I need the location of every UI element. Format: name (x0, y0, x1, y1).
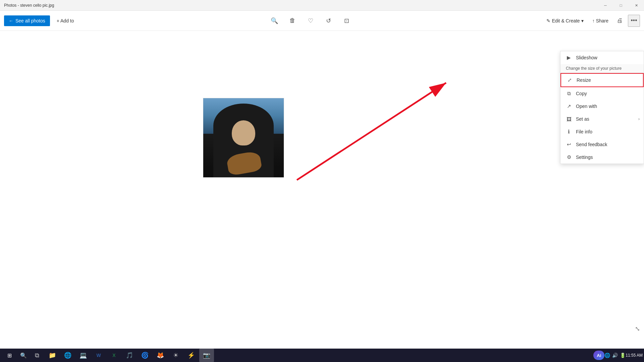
toolbar: ← See all photos + Add to 🔍 🗑 ♡ ↺ ⊡ ✎ Ed… (0, 11, 644, 31)
slideshow-label: Slideshow (576, 55, 597, 60)
share-button[interactable]: ↑ Share (589, 15, 612, 26)
taskbar-item-file-explorer[interactable]: 📁 (45, 349, 60, 362)
settings-icon: ⚙ (566, 154, 572, 160)
taskbar-item-edge[interactable]: 🌐 (60, 349, 75, 362)
crop-button[interactable]: ⊡ (341, 15, 353, 27)
delete-icon: 🗑 (289, 17, 296, 24)
taskbar: ⊞ 🔍 ⧉ 📁 🌐 💻 W X 🎵 🌀 🦊 ☀ ⚡ 📷 Ai 🌐 🔊 🔋 11:… (0, 349, 644, 362)
resize-icon: ⤢ (567, 77, 573, 83)
set-as-icon: 🖼 (566, 116, 572, 122)
taskbar-item-app3[interactable]: ⚡ (184, 349, 199, 362)
svg-line-1 (297, 83, 446, 180)
share-icon: ↑ (592, 18, 595, 23)
taskbar-item-store[interactable]: 💻 (76, 349, 91, 362)
title-bar-controls: ─ □ ✕ (598, 0, 644, 10)
add-to-button[interactable]: + Add to (53, 15, 78, 26)
battery-icon: 🔋 (620, 353, 626, 358)
close-button[interactable]: ✕ (629, 0, 644, 11)
ai-button[interactable]: Ai (593, 351, 604, 360)
main-content: ▶ Slideshow Change the size of your pict… (0, 31, 644, 349)
more-icon: ••• (631, 17, 637, 24)
crop-icon: ⊡ (344, 17, 349, 24)
open-with-icon: ↗ (566, 103, 572, 109)
rotate-icon: ↺ (326, 17, 331, 24)
zoom-icon: 🔍 (271, 17, 278, 24)
taskbar-item-app1[interactable]: 🌀 (138, 349, 152, 362)
context-menu-item-slideshow[interactable]: ▶ Slideshow (560, 51, 644, 64)
taskbar-item-photos[interactable]: 📷 (199, 349, 214, 362)
context-menu: ▶ Slideshow Change the size of your pict… (560, 51, 644, 164)
clock-time: 11:55 AM (626, 353, 643, 358)
copy-icon: ⧉ (566, 90, 572, 97)
file-info-label: File info (576, 129, 592, 134)
toolbar-center: 🔍 🗑 ♡ ↺ ⊡ (78, 15, 543, 27)
send-feedback-icon: ↩ (566, 141, 572, 147)
taskbar-item-word[interactable]: W (91, 349, 106, 362)
taskbar-item-excel[interactable]: X (107, 349, 121, 362)
context-menu-item-copy[interactable]: ⧉ Copy (560, 87, 644, 100)
edit-create-label: Edit & Create (552, 18, 580, 23)
see-all-photos-button[interactable]: ← See all photos (4, 15, 50, 26)
send-feedback-label: Send feedback (576, 142, 607, 147)
title-bar-title: Photos - steven cello pic.jpg (4, 3, 54, 8)
taskbar-item-task-view[interactable]: ⧉ (30, 349, 44, 362)
context-menu-item-file-info[interactable]: ℹ File info (560, 125, 644, 138)
taskbar-item-spotify[interactable]: 🎵 (122, 349, 137, 362)
taskbar-clock[interactable]: 11:55 AM (626, 353, 643, 358)
rotate-button[interactable]: ↺ (323, 15, 335, 27)
ai-label: Ai (597, 353, 601, 358)
context-menu-item-set-as[interactable]: 🖼 Set as › (560, 113, 644, 125)
favorite-button[interactable]: ♡ (305, 15, 317, 27)
set-as-label: Set as (576, 116, 589, 122)
network-icon: 🌐 (604, 353, 610, 358)
see-all-photos-label: See all photos (15, 18, 45, 23)
more-options-button[interactable]: ••• (628, 15, 640, 27)
print-icon: 🖨 (617, 17, 623, 24)
context-menu-item-send-feedback[interactable]: ↩ Send feedback (560, 138, 644, 151)
settings-label: Settings (576, 155, 593, 160)
back-arrow-icon: ← (9, 18, 13, 23)
zoom-button[interactable]: 🔍 (268, 15, 280, 27)
context-menu-item-open-with[interactable]: ↗ Open with (560, 100, 644, 113)
delete-button[interactable]: 🗑 (286, 15, 299, 27)
taskbar-item-app2[interactable]: ☀ (168, 349, 183, 362)
context-menu-item-resize[interactable]: ⤢ Resize (560, 73, 644, 87)
resize-label: Resize (577, 77, 591, 83)
toolbar-right: ✎ Edit & Create ▾ ↑ Share 🖨 ••• (543, 15, 640, 27)
slideshow-icon: ▶ (566, 55, 572, 61)
taskbar-search-button[interactable]: 🔍 (17, 349, 30, 362)
edit-icon: ✎ (546, 18, 550, 23)
edit-create-button[interactable]: ✎ Edit & Create ▾ (543, 15, 587, 26)
add-to-label: + Add to (57, 18, 74, 23)
zoom-indicator[interactable]: ⤡ (635, 325, 640, 333)
toolbar-left: ← See all photos + Add to (4, 15, 78, 26)
start-button[interactable]: ⊞ (1, 349, 17, 362)
volume-icon: 🔊 (612, 353, 618, 358)
maximize-button[interactable]: □ (613, 0, 629, 11)
taskbar-items: ⧉ 📁 🌐 💻 W X 🎵 🌀 🦊 ☀ ⚡ 📷 (30, 349, 593, 362)
minimize-button[interactable]: ─ (598, 0, 613, 11)
open-with-label: Open with (576, 104, 597, 109)
share-label: Share (596, 18, 608, 23)
context-menu-item-settings[interactable]: ⚙ Settings (560, 151, 644, 164)
copy-label: Copy (576, 91, 587, 96)
taskbar-item-firefox[interactable]: 🦊 (153, 349, 168, 362)
print-button[interactable]: 🖨 (614, 15, 626, 27)
chevron-down-icon: ▾ (581, 18, 584, 23)
arrow-indicator (0, 31, 644, 349)
title-bar: Photos - steven cello pic.jpg ─ □ ✕ (0, 0, 644, 11)
file-info-icon: ℹ (566, 129, 572, 135)
resize-tooltip: Change the size of your picture (560, 64, 644, 73)
taskbar-system-icons: 🌐 🔊 🔋 (604, 353, 626, 358)
heart-icon: ♡ (308, 17, 313, 24)
set-as-submenu-arrow: › (638, 117, 640, 121)
